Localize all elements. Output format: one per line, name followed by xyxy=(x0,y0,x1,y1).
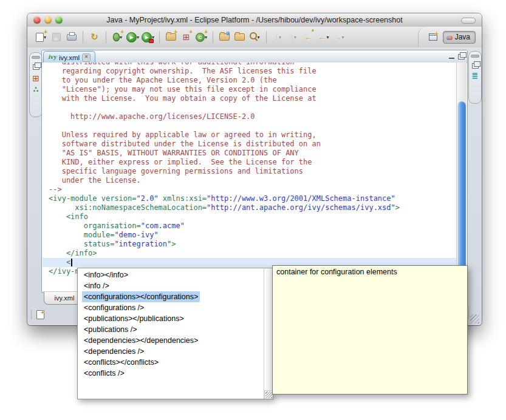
java-perspective-button[interactable]: Java xyxy=(443,31,476,44)
open-resource-button[interactable] xyxy=(233,29,247,45)
content-assist-doc-tooltip: container for configuration elements xyxy=(272,265,468,395)
trim-drag-handle[interactable] xyxy=(471,55,479,58)
content-assist-list: <info></info><info /><configurations></c… xyxy=(78,269,264,398)
code-line[interactable]: --> xyxy=(49,185,467,194)
java-perspective-icon xyxy=(446,33,453,42)
minimize-editor-icon[interactable] xyxy=(449,58,454,59)
content-assist-item[interactable]: <dependencies /> xyxy=(78,346,264,357)
text-caret xyxy=(71,259,72,266)
popup-resize-grip[interactable] xyxy=(264,390,273,399)
scrollbar-thumb[interactable] xyxy=(457,101,466,271)
next-annotation-button[interactable]: ↓▾ xyxy=(271,29,285,45)
package-explorer-icon[interactable]: ⊞ xyxy=(32,74,39,83)
java-perspective-label: Java xyxy=(455,33,470,41)
plus-icon: + xyxy=(41,310,44,315)
content-assist-item[interactable]: <conflicts></conflicts> xyxy=(78,357,264,368)
perspective-bar: + Java xyxy=(418,27,482,47)
code-line[interactable]: under the License. xyxy=(49,176,467,185)
content-assist-popup: <info></info><info /><configurations></c… xyxy=(77,268,273,399)
open-type-button[interactable] xyxy=(217,29,231,45)
run-button[interactable]: ▶▾ xyxy=(126,29,140,45)
restore-views-icon[interactable] xyxy=(33,64,39,70)
editor-viewport[interactable]: distributed with this work for additiona… xyxy=(43,63,467,292)
content-assist-item[interactable]: <conflicts /> xyxy=(78,368,264,379)
left-view-trim: ⊞ ∴ xyxy=(29,52,43,117)
new-wizard-icon[interactable]: + xyxy=(35,310,45,319)
right-view-trim: ≣ xyxy=(468,51,482,104)
code-line[interactable]: specific language governing permissions … xyxy=(49,167,467,176)
main-toolbar: +▾↻+▾▶▾▶▾+⊞+C+▾▾↓▾↑▾←*←▾→▾ + Java xyxy=(27,27,482,48)
content-assist-item[interactable]: <publications></publications> xyxy=(78,313,264,324)
toolbar-separator xyxy=(266,31,267,43)
code-line[interactable]: "License"); you may not use this file ex… xyxy=(49,85,467,94)
close-window-button[interactable] xyxy=(33,16,41,24)
new-class-button[interactable]: C+▾ xyxy=(194,29,208,45)
content-assist-item[interactable]: <info /> xyxy=(78,280,264,291)
print-button[interactable] xyxy=(64,29,78,45)
code-area[interactable]: distributed with this work for additiona… xyxy=(43,63,467,276)
editor-tab-label: ivy.xml xyxy=(59,54,80,61)
code-line[interactable]: software distributed under the License i… xyxy=(49,140,467,149)
editor-scrollbar[interactable]: ▲▼ xyxy=(456,63,467,292)
code-line[interactable]: <ivy-module version="2.0" xmlns:xsi="htt… xyxy=(49,194,467,203)
refresh-button[interactable]: ↻ xyxy=(87,29,101,45)
open-perspective-button[interactable]: + xyxy=(427,31,439,43)
toolbar-toggle-button[interactable] xyxy=(461,18,476,24)
content-assist-item[interactable]: <info></info> xyxy=(78,269,264,280)
toolbar-separator xyxy=(106,31,106,43)
code-line[interactable]: with the License. You may obtain a copy … xyxy=(49,94,467,103)
editor-tab-ivy-xml[interactable]: ivy ivy.xml ✕ xyxy=(43,51,95,63)
code-line[interactable]: KIND, either express or implied. See the… xyxy=(49,158,467,167)
code-line[interactable]: organisation="com.acme" xyxy=(49,222,467,231)
previous-annotation-button[interactable]: ↑▾ xyxy=(286,29,300,45)
last-edit-location-button[interactable]: ←* xyxy=(301,29,315,45)
bottom-editor-tab-label: ivy.xml xyxy=(55,294,75,302)
outline-view-icon[interactable]: ≣ xyxy=(472,73,479,79)
code-line[interactable] xyxy=(49,121,467,130)
titlebar[interactable]: Java - MyProject/ivy.xml - Eclipse Platf… xyxy=(27,13,482,27)
code-line[interactable]: </info> xyxy=(49,249,467,258)
code-line[interactable]: status="integration"> xyxy=(49,240,467,249)
code-line[interactable]: regarding copyright ownership. The ASF l… xyxy=(49,67,467,76)
content-assist-item[interactable]: <dependencies></dependencies> xyxy=(78,335,264,346)
code-line[interactable]: distributed with this work for additiona… xyxy=(49,63,467,67)
code-line[interactable]: module="demo-ivy" xyxy=(49,231,467,240)
type-hierarchy-icon[interactable]: ∴ xyxy=(33,87,38,93)
new-package-button[interactable]: ⊞+ xyxy=(179,29,193,45)
divider xyxy=(31,310,32,319)
code-line[interactable]: xsi:noNamespaceSchemaLocation="http://an… xyxy=(49,203,467,212)
toolbar-separator xyxy=(159,31,160,43)
close-icon[interactable]: ✕ xyxy=(82,53,91,62)
trim-drag-handle[interactable] xyxy=(32,56,40,59)
external-tools-button[interactable]: ▶▾ xyxy=(141,29,155,45)
code-line[interactable]: Unless required by applicable law or agr… xyxy=(49,130,467,140)
forward-button[interactable]: →▾ xyxy=(332,29,346,45)
plus-icon: + xyxy=(435,32,439,36)
new-java-project-button[interactable]: + xyxy=(164,29,178,45)
code-line[interactable] xyxy=(49,103,467,112)
code-line[interactable]: <info xyxy=(49,212,467,222)
back-button[interactable]: ←▾ xyxy=(316,29,330,45)
editor-area: ivy ivy.xml ✕ distributed with this work… xyxy=(41,50,468,293)
window-resize-grip[interactable] xyxy=(470,314,479,323)
screenshot-page: Java - MyProject/ivy.xml - Eclipse Platf… xyxy=(0,0,506,420)
save-button[interactable] xyxy=(49,29,63,45)
content-assist-item[interactable]: <configurations></configurations> xyxy=(78,291,264,302)
new-wizard-button[interactable]: +▾ xyxy=(34,29,48,45)
ivy-logo-icon: ivy xyxy=(48,55,56,60)
code-line[interactable]: "AS IS" BASIS, WITHOUT WARRANTIES OR CON… xyxy=(49,149,467,158)
editor-tab-row: ivy ivy.xml ✕ xyxy=(42,50,467,63)
minimize-window-button[interactable] xyxy=(44,16,52,24)
zoom-window-button[interactable] xyxy=(55,16,63,24)
code-line[interactable]: to you under the Apache License, Version… xyxy=(49,76,467,85)
search-button[interactable]: ▾ xyxy=(248,29,262,45)
maximize-editor-icon[interactable] xyxy=(458,54,465,59)
restore-views-icon[interactable] xyxy=(472,63,479,69)
content-assist-item[interactable]: <configurations /> xyxy=(78,302,264,313)
toolbar-separator xyxy=(213,31,213,43)
debug-button[interactable]: +▾ xyxy=(111,29,125,45)
content-assist-scrollbar[interactable] xyxy=(264,268,273,399)
code-line[interactable]: http://www.apache.org/licenses/LICENSE-2… xyxy=(49,112,467,121)
content-assist-item[interactable]: <publications /> xyxy=(78,324,264,335)
toolbar-groups: +▾↻+▾▶▾▶▾+⊞+C+▾▾↓▾↑▾←*←▾→▾ xyxy=(27,29,418,45)
